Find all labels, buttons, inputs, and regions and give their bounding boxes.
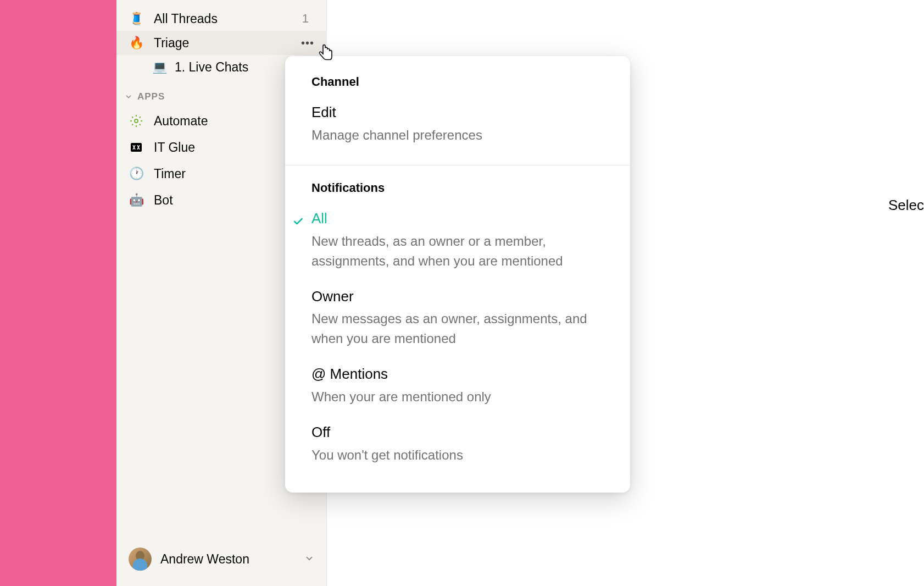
app-item-label: Timer — [154, 167, 186, 181]
channel-menu-popover: Channel Edit Manage channel preferences … — [285, 56, 630, 493]
popover-item-desc: New threads, as an owner or a member, as… — [311, 231, 604, 271]
popover-item-desc: When your are mentioned only — [311, 387, 604, 407]
popover-channel-header: Channel — [285, 75, 630, 98]
popover-item-notifications-all[interactable]: All New threads, as an owner or a member… — [285, 204, 630, 282]
sidebar-item-label: All Threads — [154, 12, 302, 26]
svg-point-0 — [135, 119, 138, 123]
user-menu[interactable]: Andrew Weston — [116, 538, 326, 586]
user-name: Andrew Weston — [160, 552, 304, 567]
chevron-down-icon — [124, 92, 133, 101]
popover-item-title: Edit — [311, 103, 604, 122]
popover-item-title: Off — [311, 423, 604, 442]
thread-icon: 🧵 — [129, 11, 144, 26]
laptop-icon: 💻 — [152, 59, 167, 75]
apps-section-label: APPS — [137, 91, 165, 102]
itglue-icon — [129, 140, 144, 155]
sidebar-item-triage[interactable]: 🔥 Triage ••• — [116, 31, 326, 55]
chevron-down-icon — [304, 552, 314, 567]
brand-strip — [0, 0, 116, 586]
main-hint-text: Selec — [888, 197, 924, 214]
fire-icon: 🔥 — [129, 35, 144, 51]
popover-item-notifications-mentions[interactable]: @ Mentions When your are mentioned only — [285, 360, 630, 418]
avatar — [129, 548, 152, 571]
sidebar-item-label: Triage — [154, 36, 301, 51]
clock-icon: 🕐 — [129, 166, 144, 181]
popover-item-desc: New messages as an owner, assignments, a… — [311, 309, 604, 349]
automate-icon — [129, 113, 144, 129]
sidebar-item-all-threads[interactable]: 🧵 All Threads 1 — [116, 7, 326, 31]
svg-rect-1 — [131, 143, 142, 152]
app-item-label: Automate — [154, 114, 208, 129]
popover-item-title: @ Mentions — [311, 365, 604, 384]
popover-item-edit[interactable]: Edit Manage channel preferences — [285, 98, 630, 156]
app-item-label: IT Glue — [154, 140, 195, 155]
more-icon[interactable]: ••• — [301, 37, 314, 49]
popover-item-title: Owner — [311, 288, 604, 306]
popover-item-title: All — [311, 209, 604, 228]
popover-item-notifications-off[interactable]: Off You won't get notifications — [285, 418, 630, 476]
popover-item-desc: You won't get notifications — [311, 445, 604, 465]
sidebar-item-count: 1 — [302, 12, 309, 26]
popover-item-notifications-owner[interactable]: Owner New messages as an owner, assignme… — [285, 282, 630, 360]
robot-icon: 🤖 — [129, 192, 144, 208]
popover-notifications-header: Notifications — [285, 181, 630, 204]
divider — [285, 165, 630, 165]
popover-item-desc: Manage channel preferences — [311, 125, 604, 145]
app-item-label: Bot — [154, 193, 173, 208]
check-icon — [293, 216, 304, 229]
